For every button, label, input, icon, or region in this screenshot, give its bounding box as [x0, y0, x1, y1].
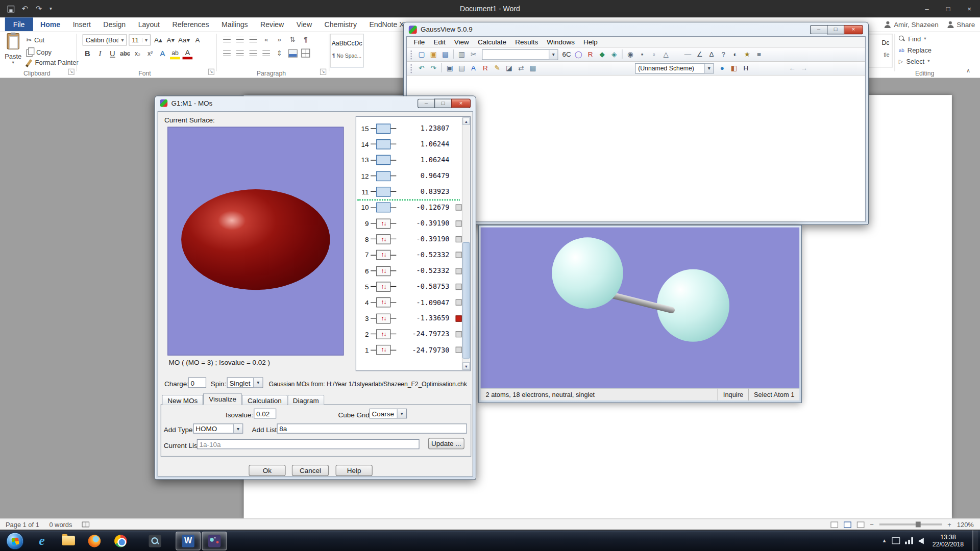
cut-button[interactable]: ✂Cut — [26, 36, 44, 44]
mo-row[interactable]: 15 ↑↓ 1.23807 — [357, 120, 462, 136]
new-file-icon[interactable]: ▢ — [415, 49, 427, 60]
menu-item[interactable]: File — [409, 37, 429, 47]
taskbar-search-tool-button[interactable] — [142, 531, 167, 550]
angle-tool-icon[interactable]: ∠ — [694, 49, 705, 60]
view-icon[interactable]: ◐ — [729, 49, 741, 60]
menu-item[interactable]: Help — [579, 37, 602, 47]
taskbar-explorer-button[interactable] — [56, 531, 81, 550]
mo-visible-checkbox[interactable] — [456, 252, 462, 258]
isovalue-input[interactable]: 0.02 — [254, 409, 276, 419]
mo-occupancy-box[interactable]: ↑↓ — [376, 313, 390, 323]
display-format-icon[interactable]: ◧ — [728, 63, 740, 74]
undo-icon[interactable]: ↶ — [415, 63, 427, 74]
ok-button[interactable]: Ok — [249, 465, 285, 476]
volume-icon[interactable] — [918, 538, 924, 544]
ribbon-tab[interactable]: Chemistry — [318, 17, 363, 31]
qat-dropdown-icon[interactable]: ▾ — [50, 6, 52, 11]
mo-row[interactable]: 6 ↑↓ -0.52332 — [357, 263, 462, 279]
line-spacing-icon[interactable]: ⇕ — [274, 48, 285, 58]
font-format-button[interactable]: abc — [120, 48, 130, 59]
scroll-up-icon[interactable]: ▲ — [462, 117, 470, 125]
ribbon-tab[interactable]: Mailings — [215, 17, 254, 31]
custom-fragment-icon[interactable]: ◈ — [608, 49, 620, 60]
start-button[interactable] — [6, 532, 23, 549]
mo-occupancy-box[interactable]: ↑↓ — [376, 282, 390, 292]
select-button[interactable]: ▷Select▾ — [899, 58, 930, 65]
font-format-button[interactable]: B — [83, 48, 93, 59]
hydrogens-icon[interactable]: H — [740, 63, 752, 74]
toolbar-grip[interactable] — [410, 51, 413, 59]
font-format-button[interactable]: x₂ — [133, 48, 143, 59]
increase-indent-icon[interactable]: » — [274, 34, 285, 44]
hidden-icons-icon[interactable]: ▲ — [882, 538, 887, 543]
proofing-icon[interactable] — [82, 521, 90, 527]
ring-fragment-icon[interactable]: ◯ — [573, 49, 584, 60]
borders-icon[interactable] — [300, 48, 311, 58]
close-button[interactable]: × — [451, 98, 471, 108]
ribbon-tab[interactable]: Insert — [66, 17, 97, 31]
bullets-icon[interactable] — [221, 34, 232, 44]
mo-visible-checkbox[interactable] — [456, 299, 462, 306]
invert-icon[interactable]: △ — [660, 49, 672, 60]
delete-atom-icon[interactable]: ▫ — [648, 49, 660, 60]
toolbar-icon[interactable] — [453, 49, 454, 59]
font-size-tool-button[interactable]: A — [192, 34, 203, 45]
bond-tool-icon[interactable]: — — [682, 49, 694, 60]
fluorine-atom-1[interactable] — [552, 237, 623, 309]
grid-icon[interactable]: ▦ — [527, 63, 538, 74]
redo-icon[interactable]: ↷ — [36, 5, 42, 13]
paste-dropdown-icon[interactable]: ▾ — [4, 60, 22, 65]
taskbar-ie-button[interactable]: e — [30, 531, 55, 550]
toolbar-icon[interactable] — [622, 49, 622, 59]
element-fragment-icon[interactable]: 6C — [560, 49, 572, 60]
molecule-view[interactable] — [481, 228, 799, 388]
ribbon-tab[interactable]: Design — [97, 17, 132, 31]
mos-tab[interactable]: Diagram — [287, 395, 325, 405]
close-button[interactable]: × — [959, 0, 980, 17]
toolbar-grip[interactable] — [410, 64, 413, 73]
style-item-partial[interactable]: Dc tle — [869, 34, 893, 67]
word-count[interactable]: 0 words — [49, 521, 72, 529]
zoom-out-button[interactable]: − — [870, 521, 874, 529]
copy-icon[interactable]: ▣ — [444, 63, 455, 74]
cube-grid-combo[interactable]: Coarse▼ — [370, 409, 407, 419]
ribbon-tab[interactable]: Layout — [132, 17, 166, 31]
ribbon-tab[interactable]: View — [290, 17, 318, 31]
mo-row[interactable]: 10 ↑↓ -0.12679 — [357, 199, 462, 215]
show-desktop-button[interactable] — [972, 530, 978, 551]
collapse-ribbon-icon[interactable]: ∧ — [966, 67, 970, 73]
mo-occupancy-box[interactable]: ↑↓ — [376, 218, 390, 229]
zoom-level[interactable]: 120% — [957, 521, 974, 529]
font-name-combo[interactable]: Calibri (Body)▼ — [83, 34, 127, 45]
biological-fragment-icon[interactable]: ◆ — [596, 49, 608, 60]
centroid-icon[interactable]: ◉ — [624, 49, 636, 60]
zoom-in-button[interactable]: + — [947, 521, 951, 529]
tray-app-icon[interactable] — [892, 537, 900, 544]
find-button[interactable]: Find▾ — [899, 35, 926, 43]
font-size-tool-button[interactable]: A▴ — [153, 34, 163, 45]
mo-row[interactable]: 4 ↑↓ -1.09047 — [357, 294, 462, 310]
shading-icon[interactable] — [287, 48, 298, 58]
current-list-input[interactable]: 1a-10a — [197, 439, 420, 449]
scroll-down-icon[interactable]: ▼ — [462, 362, 470, 370]
spin-combo[interactable]: Singlet▼ — [227, 378, 263, 388]
menu-item[interactable]: Calculate — [473, 37, 510, 47]
forward-icon[interactable]: → — [798, 63, 810, 74]
add-valence-icon[interactable]: ▪ — [636, 49, 648, 60]
mo-occupancy-box[interactable]: ↑↓ — [376, 266, 390, 276]
mo-visible-checkbox[interactable] — [456, 284, 462, 290]
decrease-indent-icon[interactable]: « — [261, 34, 272, 44]
minimize-button[interactable]: – — [916, 0, 938, 17]
menu-item[interactable]: Windows — [543, 37, 579, 47]
font-format-button[interactable]: A — [183, 49, 193, 60]
mo-visible-checkbox[interactable] — [456, 331, 462, 337]
mo-surface-view[interactable] — [167, 127, 344, 356]
maximize-button[interactable]: □ — [434, 98, 451, 108]
add-list-input[interactable]: 8a — [277, 423, 467, 434]
redo-icon[interactable]: ↷ — [428, 63, 439, 74]
network-icon[interactable] — [905, 537, 913, 544]
font-dialog-launcher[interactable]: ↘ — [208, 69, 214, 75]
ribbon-tab[interactable]: References — [166, 17, 215, 31]
align-right-icon[interactable] — [248, 48, 259, 58]
mos-tab[interactable]: Visualize — [203, 393, 242, 405]
